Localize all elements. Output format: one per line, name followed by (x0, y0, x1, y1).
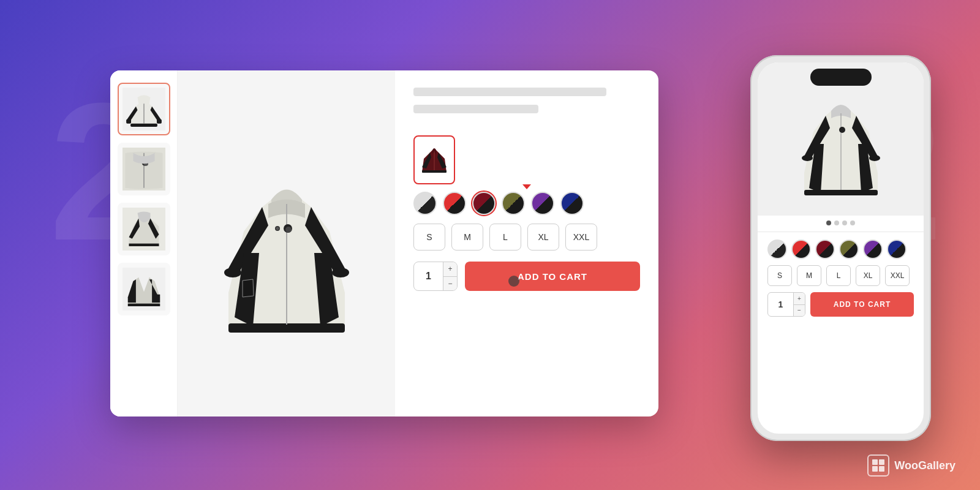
phone-quantity-decrease-button[interactable]: − (794, 305, 805, 317)
phone-product-info: SMLXLXXL 1 + − ADD TO CART (758, 233, 924, 434)
dot-1 (826, 221, 831, 225)
svg-rect-34 (872, 466, 878, 472)
color-swatches-row (413, 192, 640, 215)
size-button-L[interactable]: L (489, 224, 521, 251)
sizes-row: SMLXLXXL (413, 224, 640, 251)
phone-quantity-buttons: + − (793, 293, 805, 316)
phone-size-button-S[interactable]: S (767, 265, 792, 286)
color-swatch-red-black[interactable] (443, 192, 466, 215)
main-product-image-area (178, 70, 395, 417)
thumbnail-1[interactable] (118, 83, 170, 135)
phone-size-button-XXL[interactable]: XXL (885, 265, 910, 286)
cart-row: 1 + − ADD TO CART (413, 262, 640, 291)
dot-4 (850, 221, 855, 225)
svg-point-16 (224, 268, 241, 277)
color-swatch-dark-red-black[interactable] (472, 192, 496, 215)
color-swatches-section (413, 135, 640, 215)
phone-color-swatch-white-black[interactable] (767, 239, 787, 259)
svg-rect-14 (128, 304, 160, 306)
thumbnail-3[interactable] (118, 203, 170, 255)
size-button-XL[interactable]: XL (527, 224, 559, 251)
svg-point-27 (802, 155, 813, 161)
svg-point-17 (332, 268, 349, 277)
svg-point-31 (839, 127, 845, 133)
woogallery-icon (867, 454, 889, 477)
svg-rect-1 (126, 119, 131, 124)
thumbnail-2[interactable] (118, 143, 170, 195)
color-preview-popup (413, 135, 640, 184)
phone-size-button-XL[interactable]: XL (856, 265, 880, 286)
color-swatch-olive-black[interactable] (502, 192, 525, 215)
size-button-S[interactable]: S (413, 224, 445, 251)
svg-point-28 (869, 155, 880, 161)
phone-cart-row: 1 + − ADD TO CART (767, 292, 914, 317)
phone-color-swatch-blue-black[interactable] (887, 239, 907, 259)
thumbnail-4[interactable] (118, 263, 170, 315)
phone-size-button-L[interactable]: L (826, 265, 851, 286)
quantity-increase-button[interactable]: + (443, 262, 457, 277)
quantity-value: 1 (414, 271, 443, 282)
product-detail-panel: SMLXLXXL 1 + − ADD TO CART (395, 70, 658, 417)
size-button-M[interactable]: M (451, 224, 483, 251)
svg-rect-12 (129, 244, 159, 246)
svg-point-23 (276, 227, 279, 230)
mobile-phone-mockup: SMLXLXXL 1 + − ADD TO CART (750, 55, 931, 441)
skeleton-price (413, 105, 538, 113)
color-swatch-purple-black[interactable] (531, 192, 554, 215)
color-swatch-white-black[interactable] (413, 192, 437, 215)
phone-add-to-cart-button[interactable]: ADD TO CART (810, 292, 914, 317)
svg-rect-35 (879, 466, 884, 472)
dot-2 (834, 221, 839, 225)
skeleton-title (413, 88, 606, 96)
svg-rect-29 (804, 190, 878, 195)
phone-quantity-value: 1 (768, 300, 793, 309)
phone-quantity-increase-button[interactable]: + (794, 293, 805, 305)
svg-rect-3 (130, 124, 157, 127)
phone-size-button-M[interactable]: M (797, 265, 821, 286)
desktop-product-card: SMLXLXXL 1 + − ADD TO CART (110, 70, 658, 417)
svg-rect-2 (157, 119, 162, 124)
svg-rect-18 (228, 323, 345, 333)
color-swatch-blue-black[interactable] (560, 192, 584, 215)
image-dots-indicator (758, 216, 924, 230)
size-button-XXL[interactable]: XXL (565, 224, 597, 251)
phone-sizes-row: SMLXLXXL (767, 265, 914, 286)
svg-rect-24 (422, 170, 447, 173)
phone-notch (810, 69, 872, 86)
svg-rect-33 (879, 459, 884, 465)
quantity-decrease-button[interactable]: − (443, 277, 457, 291)
phone-color-swatch-olive-black[interactable] (839, 239, 859, 259)
phone-color-swatches-row (767, 239, 914, 259)
phone-quantity-control: 1 + − (767, 292, 805, 317)
add-to-cart-button[interactable]: ADD TO CART (465, 262, 640, 291)
quantity-control: 1 + − (413, 262, 458, 291)
phone-screen: SMLXLXXL 1 + − ADD TO CART (758, 62, 924, 434)
svg-rect-32 (872, 459, 878, 465)
phone-frame: SMLXLXXL 1 + − ADD TO CART (750, 55, 931, 441)
phone-color-swatch-purple-black[interactable] (863, 239, 883, 259)
woogallery-logo: WooGallery (867, 454, 956, 477)
svg-point-21 (285, 227, 292, 233)
dot-3 (842, 221, 847, 225)
phone-color-swatch-red-black[interactable] (791, 239, 811, 259)
quantity-buttons: + − (443, 262, 457, 290)
color-preview-box (413, 135, 455, 184)
woogallery-label: WooGallery (894, 459, 956, 472)
divider-1 (758, 232, 924, 232)
phone-color-swatch-dark-red-black[interactable] (815, 239, 835, 259)
thumbnail-sidebar (110, 70, 178, 417)
